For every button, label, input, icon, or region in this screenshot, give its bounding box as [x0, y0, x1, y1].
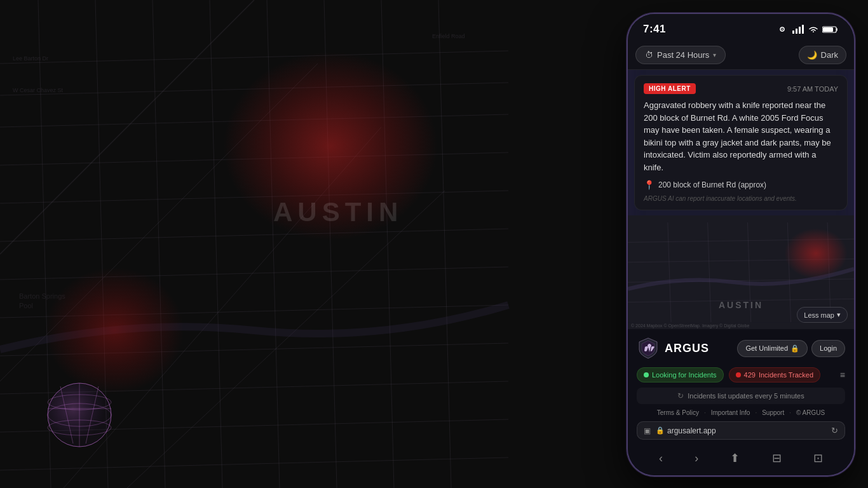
wifi-icon	[808, 25, 818, 33]
incident-timestamp: 9:57 AM TODAY	[787, 85, 838, 93]
filter-bar: ⏱ Past 24 Hours ▾ 🌙 Dark	[628, 41, 854, 70]
copyright-label: © ARGUS	[796, 409, 825, 416]
phone-map[interactable]: AUSTIN Less map ▾ © 2024 Mapbox © OpenSt…	[628, 215, 854, 329]
refresh-icon: ↻	[677, 391, 684, 400]
browser-refresh-icon[interactable]: ↻	[831, 426, 838, 435]
footer-dot-2: ·	[755, 409, 757, 416]
looking-label: Looking for Incidents	[652, 371, 717, 379]
incidents-badge: 429 Incidents Tracked	[729, 367, 821, 383]
get-unlimited-button[interactable]: Get Unlimited 🔒	[737, 340, 808, 357]
ai-disclaimer: ARGUS AI can report inaccurate locations…	[644, 195, 838, 202]
svg-line-0	[0, 51, 508, 64]
city-watermark: AUSTIN	[273, 197, 403, 227]
status-row: Looking for Incidents 429 Incidents Trac…	[637, 367, 845, 383]
browser-url: 🔒 argusalert.app	[656, 426, 826, 435]
dark-mode-label: Dark	[821, 50, 838, 60]
incident-location: 📍 200 block of Burnet Rd (approx)	[644, 180, 838, 190]
looking-badge: Looking for Incidents	[637, 367, 724, 383]
tab-icon: ▣	[644, 426, 651, 435]
less-map-label: Less map	[804, 311, 834, 319]
cta-buttons: Get Unlimited 🔒 Login	[737, 340, 845, 357]
incident-header: HIGH ALERT 9:57 AM TODAY	[644, 83, 838, 94]
status-time: 7:41	[643, 23, 666, 36]
forward-button[interactable]: ›	[688, 449, 705, 468]
phone-device: 7:41	[627, 13, 855, 477]
looking-dot	[644, 372, 649, 377]
clock-icon: ⏱	[645, 50, 653, 60]
lock-icon: 🔒	[790, 344, 799, 353]
filter-icon[interactable]: ≡	[840, 370, 845, 380]
phone-bottom: ARGUS Get Unlimited 🔒 Login Looking for	[628, 329, 854, 475]
argus-logo: ARGUS	[637, 337, 709, 360]
terms-link[interactable]: Terms & Policy	[657, 409, 699, 416]
battery-icon	[822, 25, 839, 34]
chevron-down-icon: ▾	[837, 311, 841, 319]
tabs-button[interactable]: ⊡	[807, 449, 829, 468]
incidents-label: Incidents Tracked	[759, 371, 813, 379]
camera-icon	[776, 25, 788, 34]
svg-line-11	[0, 458, 508, 470]
svg-line-19	[438, 0, 451, 488]
login-button[interactable]: Login	[811, 340, 845, 357]
browser-bar[interactable]: ▣ 🔒 argusalert.app ↻	[637, 421, 845, 440]
footer-links: Terms & Policy · Important Info · Suppor…	[637, 409, 845, 416]
svg-text:Lee Barton Dr: Lee Barton Dr	[13, 55, 48, 62]
lock-icon: 🔒	[656, 426, 665, 435]
moon-icon: 🌙	[807, 50, 817, 60]
footer-dot-3: ·	[789, 409, 791, 416]
back-button[interactable]: ‹	[653, 449, 669, 468]
map-city-label: AUSTIN	[719, 300, 763, 310]
svg-rect-40	[792, 30, 794, 34]
info-link[interactable]: Important Info	[711, 409, 750, 416]
svg-line-20	[0, 0, 254, 254]
support-link[interactable]: Support	[762, 409, 784, 416]
svg-rect-45	[823, 27, 833, 32]
time-filter-button[interactable]: ⏱ Past 24 Hours ▾	[635, 46, 726, 64]
footer-dot-1: ·	[704, 409, 706, 416]
branding-row: ARGUS Get Unlimited 🔒 Login	[637, 337, 845, 360]
svg-text:W Cesar Chavez St: W Cesar Chavez St	[13, 87, 64, 93]
svg-rect-43	[802, 25, 804, 34]
update-text: Incidents list updates every 5 minutes	[688, 392, 804, 400]
incidents-count: 429	[744, 371, 756, 379]
svg-text:Enfield Road: Enfield Road	[432, 33, 465, 39]
svg-line-14	[153, 0, 165, 488]
status-bar: 7:41	[628, 14, 854, 41]
svg-rect-42	[799, 27, 801, 34]
status-icons	[776, 25, 839, 34]
chevron-down-icon: ▾	[713, 51, 716, 58]
incident-description: Aggravated robbery with a knife reported…	[644, 99, 838, 173]
phone-frame: 7:41	[627, 13, 855, 477]
dark-mode-button[interactable]: 🌙 Dark	[799, 46, 846, 64]
svg-line-15	[210, 0, 222, 488]
login-label: Login	[820, 344, 837, 352]
incidents-dot	[736, 372, 741, 377]
grid-sphere	[38, 374, 121, 456]
pin-icon: 📍	[644, 180, 654, 190]
share-button[interactable]: ⬆	[724, 449, 746, 468]
bottom-nav: ‹ › ⬆ ⊟ ⊡	[637, 445, 845, 470]
app-name: ARGUS	[665, 342, 709, 355]
svg-line-5	[0, 229, 508, 241]
incident-card[interactable]: HIGH ALERT 9:57 AM TODAY Aggravated robb…	[634, 75, 848, 210]
update-bar: ↻ Incidents list updates every 5 minutes	[637, 388, 845, 404]
less-map-button[interactable]: Less map ▾	[797, 307, 848, 323]
svg-point-39	[782, 29, 783, 30]
location-text: 200 block of Burnet Rd (approx)	[658, 180, 766, 189]
map-heat-zone	[784, 228, 848, 279]
bookmarks-button[interactable]: ⊟	[766, 449, 788, 468]
svg-text:Pool: Pool	[19, 302, 33, 309]
url-text: argusalert.app	[667, 426, 716, 435]
svg-rect-41	[796, 29, 797, 34]
signal-icon	[792, 25, 804, 34]
map-attribution: © 2024 Mapbox © OpenStreetMap. Imagery ©…	[631, 323, 749, 328]
get-unlimited-label: Get Unlimited	[745, 344, 788, 352]
argus-shield-icon	[637, 337, 660, 360]
time-filter-label: Past 24 Hours	[657, 50, 709, 60]
high-alert-badge: HIGH ALERT	[644, 83, 696, 94]
